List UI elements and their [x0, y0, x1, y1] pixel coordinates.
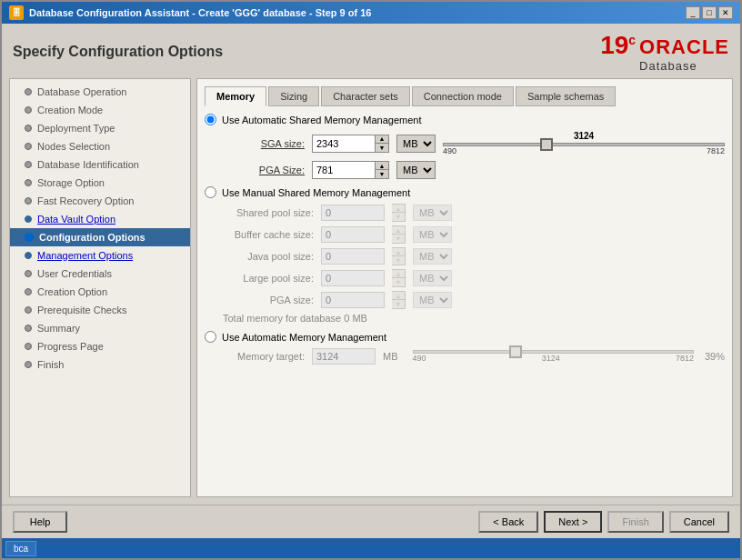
sidebar-label: Fast Recovery Option: [37, 195, 134, 206]
pga-spin-down[interactable]: ▼: [376, 170, 388, 178]
java-pool-unit: MB: [413, 248, 452, 265]
total-memory-text: Total memory for database 0 MB: [205, 313, 725, 324]
sga-unit-select[interactable]: MB GB: [396, 135, 436, 153]
footer-right: < Back Next > Finish Cancel: [478, 511, 729, 533]
minimize-button[interactable]: _: [686, 6, 700, 19]
tab-sizing[interactable]: Sizing: [268, 86, 319, 106]
sga-slider-container: 3124 490 7812: [443, 131, 725, 155]
manual-memory-fields: Shared pool size: ▲ ▼ MB Buffer cache si…: [205, 204, 725, 309]
sga-spin-down[interactable]: ▼: [376, 144, 388, 152]
sidebar-label: Summary: [37, 323, 80, 334]
auto-percent-label: 39%: [705, 351, 725, 362]
sidebar-item-fast-recovery[interactable]: Fast Recovery Option: [10, 192, 190, 210]
large-pool-unit: MB: [413, 270, 452, 286]
sidebar-item-configuration-options[interactable]: Configuration Options: [10, 228, 190, 246]
buffer-cache-row: Buffer cache size: ▲ ▼ MB: [223, 225, 725, 244]
radio-automatic-shared-memory-input[interactable]: [205, 114, 216, 125]
sga-row: SGA size: ▲ ▼ MB GB: [223, 131, 725, 155]
help-button[interactable]: Help: [13, 511, 67, 533]
memory-target-row: Memory target: MB 490 3124 7812: [223, 348, 725, 365]
sidebar-label: Database Identification: [37, 159, 139, 170]
oracle-version: 19c: [600, 31, 636, 60]
sga-spin-wrapper: ▲ ▼: [312, 135, 389, 153]
dot-icon: [25, 143, 32, 150]
pga-row: PGA Size: ▲ ▼ MB GB: [223, 161, 725, 179]
radio-manual-shared-memory: Use Manual Shared Memory Management: [205, 186, 725, 198]
buffer-cache-spin: ▲ ▼: [392, 225, 406, 244]
auto-memory-section: Memory target: MB 490 3124 7812: [205, 348, 725, 365]
radio-manual-shared-memory-input[interactable]: [205, 186, 216, 198]
title-bar-left: 🗄 Database Configuration Assistant - Cre…: [9, 5, 371, 20]
large-pool-input: [321, 270, 385, 286]
memory-target-slider: [413, 350, 694, 354]
dot-icon: [25, 270, 32, 277]
sidebar-item-database-identification[interactable]: Database Identification: [10, 155, 190, 174]
java-pool-row: Java pool size: ▲ ▼ MB: [223, 247, 725, 265]
footer: Help < Back Next > Finish Cancel: [2, 505, 740, 538]
sga-spin-up[interactable]: ▲: [376, 135, 388, 144]
dot-icon: [25, 252, 32, 259]
sidebar-item-progress-page[interactable]: Progress Page: [10, 337, 190, 355]
auto-slider-wrapper: 490 3124 7812: [413, 350, 694, 363]
radio-automatic-shared-memory-label: Use Automatic Shared Memory Management: [222, 115, 422, 125]
pga-size-label: PGA size:: [223, 295, 314, 305]
large-pool-spin: ▲ ▼: [392, 269, 406, 287]
pga-unit-select[interactable]: MB GB: [396, 161, 436, 179]
java-pool-input: [321, 248, 385, 265]
body-area: Database Operation Creation Mode Deploym…: [2, 78, 740, 505]
sidebar-label: Progress Page: [37, 341, 104, 352]
java-pool-label: Java pool size:: [223, 251, 314, 262]
sidebar-item-deployment-type[interactable]: Deployment Type: [10, 119, 190, 137]
cancel-button[interactable]: Cancel: [669, 511, 729, 533]
back-button[interactable]: < Back: [478, 511, 538, 533]
taskbar: bca: [2, 538, 740, 558]
sidebar-label: Storage Option: [37, 177, 105, 188]
sidebar-item-data-vault[interactable]: Data Vault Option: [10, 210, 190, 228]
shared-pool-unit: MB: [413, 205, 452, 221]
dot-icon: [25, 288, 32, 295]
pga-spin-up[interactable]: ▲: [376, 162, 388, 170]
sga-input[interactable]: [312, 135, 376, 153]
radio-automatic-memory-input[interactable]: [205, 331, 216, 343]
finish-button[interactable]: Finish: [607, 511, 663, 533]
sidebar-item-nodes-selection[interactable]: Nodes Selection: [10, 137, 190, 155]
radio-automatic-memory-label: Use Automatic Memory Management: [222, 332, 386, 343]
sidebar-item-database-operation[interactable]: Database Operation: [10, 83, 190, 101]
sidebar-item-summary[interactable]: Summary: [10, 319, 190, 337]
dot-icon: [25, 325, 32, 332]
pga-input[interactable]: [312, 161, 376, 179]
sidebar-item-finish[interactable]: Finish: [10, 355, 190, 374]
sidebar-item-storage-option[interactable]: Storage Option: [10, 174, 190, 192]
memory-tab-content: Use Automatic Shared Memory Management S…: [205, 114, 725, 368]
oracle-brand-text: ORACLE Database: [639, 35, 729, 73]
sidebar-label: Configuration Options: [39, 232, 145, 243]
taskbar-item[interactable]: bca: [5, 541, 36, 556]
sga-label: SGA size:: [223, 138, 305, 149]
sidebar-item-management-options[interactable]: Management Options: [10, 246, 190, 265]
buffer-cache-input: [321, 226, 385, 243]
sidebar-item-creation-mode[interactable]: Creation Mode: [10, 101, 190, 119]
tab-connection-mode[interactable]: Connection mode: [412, 86, 514, 106]
memory-target-input: [312, 348, 376, 365]
sidebar-item-prerequisite-checks[interactable]: Prerequisite Checks: [10, 301, 190, 319]
header-area: Specify Configuration Options 19c ORACLE…: [2, 24, 740, 78]
tab-sample-schemas[interactable]: Sample schemas: [516, 86, 616, 106]
dot-icon: [25, 233, 34, 242]
tab-character-sets[interactable]: Character sets: [321, 86, 410, 106]
sga-slider-labels: 490 7812: [443, 146, 725, 155]
sidebar-item-creation-option[interactable]: Creation Option: [10, 283, 190, 301]
tab-memory[interactable]: Memory: [205, 86, 266, 106]
dot-icon: [25, 343, 32, 350]
next-button[interactable]: Next >: [544, 511, 602, 533]
sidebar-label: Creation Mode: [37, 105, 103, 115]
dot-icon: [25, 361, 32, 368]
footer-left: Help: [13, 511, 67, 533]
maximize-button[interactable]: □: [702, 6, 717, 19]
dot-icon: [25, 306, 32, 314]
oracle-brand-name: ORACLE: [639, 35, 729, 59]
sidebar-item-user-credentials[interactable]: User Credentials: [10, 265, 190, 283]
pga-spin-wrapper: ▲ ▼: [312, 161, 389, 179]
close-button[interactable]: ✕: [718, 6, 733, 19]
buffer-cache-unit: MB: [413, 226, 452, 243]
buffer-cache-label: Buffer cache size:: [223, 229, 314, 240]
